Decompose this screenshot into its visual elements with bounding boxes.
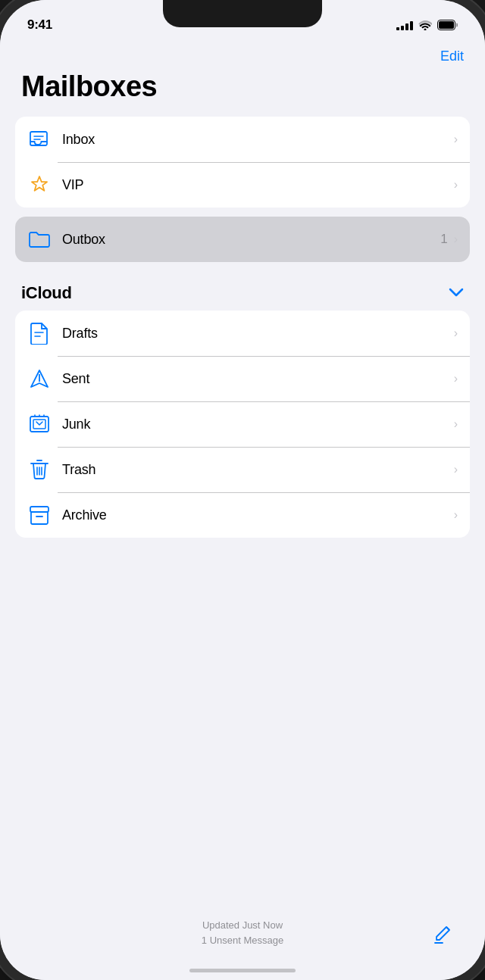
compose-button[interactable]	[430, 920, 458, 947]
signal-bar-3	[405, 23, 408, 30]
drafts-item[interactable]: Drafts ›	[15, 311, 470, 356]
page-title: Mailboxes	[15, 67, 470, 117]
inbox-icon	[27, 127, 52, 151]
icloud-chevron-icon	[449, 286, 464, 300]
edit-button[interactable]: Edit	[440, 45, 464, 67]
outbox-badge: 1	[440, 232, 447, 247]
junk-chevron: ›	[454, 417, 458, 431]
junk-icon	[27, 412, 52, 436]
icloud-section-header[interactable]: iCloud	[15, 271, 470, 311]
outbox-chevron: ›	[454, 233, 458, 246]
header: Edit	[15, 39, 470, 67]
archive-icon	[27, 503, 52, 527]
sent-label: Sent	[62, 371, 454, 387]
archive-chevron: ›	[454, 508, 458, 522]
trash-icon	[27, 457, 52, 482]
outbox-card: Outbox 1 ›	[15, 217, 470, 262]
main-content: Edit Mailboxes Inbox	[0, 39, 485, 909]
outbox-item[interactable]: Outbox 1 ›	[15, 217, 470, 262]
top-mailboxes-card: Inbox › VIP ›	[15, 117, 470, 208]
notch	[163, 0, 322, 27]
folder-icon	[27, 227, 52, 251]
screen: 9:41	[0, 0, 485, 980]
junk-label: Junk	[62, 417, 454, 432]
vip-chevron: ›	[454, 178, 458, 192]
wifi-icon	[418, 20, 432, 30]
trash-item[interactable]: Trash ›	[15, 447, 470, 492]
sent-item[interactable]: Sent ›	[15, 356, 470, 401]
drafts-chevron: ›	[454, 326, 458, 340]
svg-rect-4	[30, 507, 48, 512]
trash-label: Trash	[62, 462, 454, 478]
inbox-label: Inbox	[62, 132, 454, 148]
signal-bar-1	[396, 27, 399, 30]
signal-bar-2	[401, 26, 404, 30]
junk-item[interactable]: Junk ›	[15, 401, 470, 447]
drafts-label: Drafts	[62, 326, 454, 342]
icloud-title: iCloud	[21, 283, 72, 303]
trash-chevron: ›	[454, 463, 458, 476]
archive-label: Archive	[62, 507, 454, 523]
vip-label: VIP	[62, 177, 454, 193]
inbox-chevron: ›	[454, 133, 458, 146]
signal-bars-icon	[396, 20, 413, 30]
archive-item[interactable]: Archive ›	[15, 492, 470, 538]
star-icon	[27, 173, 52, 197]
footer-status: Updated Just Now 1 Unsent Message	[202, 918, 283, 947]
draft-icon	[27, 321, 52, 345]
phone-frame: 9:41	[0, 0, 485, 980]
status-icons	[396, 20, 458, 30]
updated-status: Updated Just Now	[202, 918, 283, 933]
icloud-mailboxes-card: Drafts › Sent ›	[15, 311, 470, 538]
outbox-label: Outbox	[62, 232, 440, 248]
battery-icon	[437, 20, 458, 30]
home-indicator	[189, 969, 296, 972]
sent-chevron: ›	[454, 372, 458, 385]
inbox-item[interactable]: Inbox ›	[15, 117, 470, 162]
vip-item[interactable]: VIP ›	[15, 162, 470, 208]
bottom-bar: Updated Just Now 1 Unsent Message	[0, 909, 485, 963]
sent-icon	[27, 367, 52, 391]
status-time: 9:41	[27, 17, 52, 33]
unsent-status: 1 Unsent Message	[202, 933, 283, 948]
svg-rect-1	[439, 21, 454, 29]
signal-bar-4	[410, 21, 413, 30]
